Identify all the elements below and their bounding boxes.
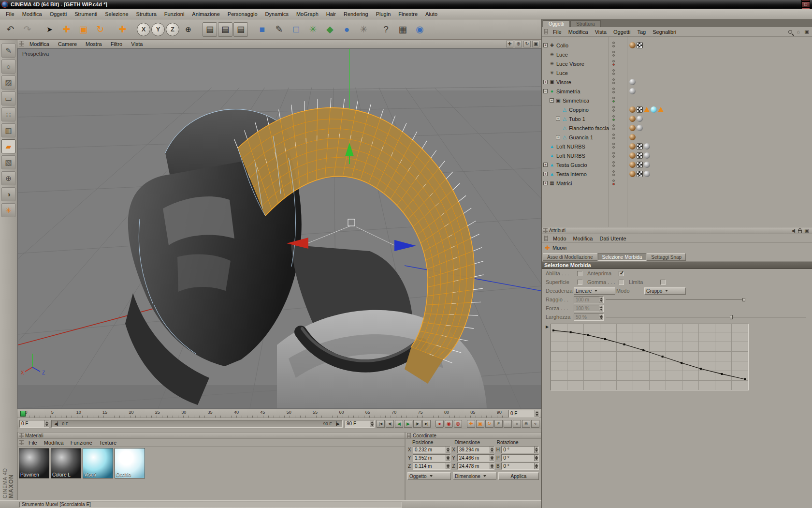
autokey-button[interactable]: ◉ bbox=[445, 420, 453, 428]
object-name[interactable]: Visore bbox=[556, 79, 571, 85]
object-manager-menu-item[interactable]: Segnalibri bbox=[649, 28, 680, 36]
material-visori[interactable]: Visori bbox=[83, 448, 113, 478]
spinner[interactable] bbox=[599, 314, 603, 320]
record-parameter-toggle[interactable]: P bbox=[494, 420, 503, 428]
spinner[interactable] bbox=[490, 455, 494, 461]
size-field[interactable]: 24.466 m bbox=[457, 454, 495, 462]
menu-item[interactable]: Oggetti bbox=[46, 10, 71, 18]
spinner[interactable] bbox=[534, 447, 538, 453]
object-name[interactable]: Testa Guscio bbox=[556, 162, 587, 168]
object-manager-menu-item[interactable]: Oggetti bbox=[610, 28, 634, 36]
timeline-ruler[interactable]: 051015202530354045505560657075808590 bbox=[17, 409, 508, 418]
object-name[interactable]: Collo bbox=[556, 43, 568, 48]
ruler-tick-label[interactable]: 50 bbox=[285, 410, 293, 415]
object-name[interactable]: Coppino bbox=[569, 107, 589, 113]
object-manager-menu-item[interactable]: Modifica bbox=[565, 28, 592, 36]
tag-mat-icon[interactable] bbox=[629, 143, 636, 149]
object-manager-menu-item[interactable]: Vista bbox=[592, 28, 610, 36]
position-field[interactable]: 0.232 m bbox=[413, 446, 450, 453]
timeline-range-slider[interactable]: 0 F 90 F bbox=[51, 420, 343, 428]
tab-settaggi-snap[interactable]: Settaggi Snap bbox=[647, 253, 686, 261]
add-spline-button[interactable]: ✎ bbox=[271, 21, 287, 37]
visibility-dot[interactable] bbox=[612, 146, 615, 149]
tag-mat-icon[interactable] bbox=[629, 106, 636, 113]
visibility-dot[interactable] bbox=[612, 42, 615, 44]
visibility-dot[interactable] bbox=[612, 51, 615, 53]
checkbox[interactable] bbox=[660, 280, 666, 285]
play-backward-button[interactable]: ◀ bbox=[395, 420, 403, 428]
viewport-menu-item[interactable]: Vista bbox=[127, 40, 147, 48]
checkbox[interactable] bbox=[619, 271, 624, 276]
object-name[interactable]: Loft NURBS bbox=[556, 153, 585, 159]
polygons-mode-button[interactable]: ▰ bbox=[1, 139, 15, 153]
menu-item[interactable]: Modifica bbox=[18, 10, 46, 18]
gomma-checkbox[interactable]: Gomma . . . bbox=[587, 279, 628, 285]
tab-oggetti[interactable]: Oggetti bbox=[543, 20, 570, 27]
object-row[interactable]: +▲Testa Guscio bbox=[542, 160, 812, 169]
value-field[interactable]: 100 m bbox=[574, 296, 604, 303]
object-manager-menu-item[interactable]: Tag bbox=[634, 28, 649, 36]
tag-mat-icon[interactable] bbox=[629, 125, 636, 131]
material-colore[interactable]: Colore L bbox=[51, 448, 81, 478]
menu-item[interactable]: Plugin bbox=[372, 10, 395, 18]
redo-button[interactable]: ↷ bbox=[19, 21, 35, 37]
spinner[interactable] bbox=[446, 463, 450, 469]
ruler-tick-label[interactable]: 5 bbox=[48, 410, 57, 415]
tag-tex-icon[interactable] bbox=[637, 42, 643, 48]
tag-ball-icon[interactable] bbox=[644, 162, 650, 168]
expander-icon[interactable]: + bbox=[543, 172, 548, 176]
texture-axis-mode-button[interactable]: ▧ bbox=[1, 155, 15, 169]
slider-track[interactable] bbox=[606, 317, 806, 317]
drag-grip-icon[interactable] bbox=[19, 433, 24, 438]
tag-tex-icon[interactable] bbox=[637, 106, 643, 113]
menu-item[interactable]: Personaggio bbox=[224, 10, 261, 18]
visibility-dot[interactable] bbox=[612, 63, 615, 66]
menu-item[interactable]: Finestre bbox=[394, 10, 421, 18]
tag-ball-icon[interactable] bbox=[629, 79, 636, 85]
visibility-dot[interactable] bbox=[612, 152, 615, 154]
section-header[interactable]: Selezione Morbida bbox=[542, 262, 812, 269]
object-name[interactable]: Matrici bbox=[556, 180, 572, 186]
object-name[interactable]: Simmetria bbox=[556, 89, 580, 94]
ruler-tick-label[interactable]: 40 bbox=[232, 410, 241, 415]
menu-item[interactable]: MoGraph bbox=[292, 10, 322, 18]
edges-mode-button[interactable]: ▥ bbox=[1, 123, 15, 137]
object-row[interactable]: ✳Luce Visore bbox=[542, 59, 812, 68]
visibility-dot[interactable] bbox=[612, 106, 615, 108]
ruler-tick-label[interactable]: 45 bbox=[258, 410, 267, 415]
object-row[interactable]: +△Guancia 1 bbox=[542, 133, 812, 142]
viewport-menu-item[interactable]: Filtro bbox=[106, 40, 127, 48]
expander-icon[interactable]: + bbox=[556, 135, 560, 139]
last-tool-button[interactable]: ✚ bbox=[115, 21, 130, 37]
workplane-mode-button[interactable]: ▭ bbox=[1, 91, 15, 105]
object-row[interactable]: ▲Loft NURBS bbox=[542, 142, 812, 151]
ruler-tick-label[interactable]: 60 bbox=[337, 410, 346, 415]
live-selection-button[interactable]: ➤ bbox=[42, 21, 58, 37]
dropdown[interactable]: Lineare bbox=[574, 287, 615, 295]
falloff-curve-editor[interactable] bbox=[551, 324, 749, 390]
spinner[interactable] bbox=[534, 463, 538, 469]
visibility-dot[interactable] bbox=[612, 124, 615, 127]
coordinate-system-button[interactable]: ⊕ bbox=[180, 21, 196, 37]
spinner[interactable] bbox=[599, 297, 603, 303]
tag-ball-icon[interactable] bbox=[637, 116, 643, 122]
visibility-dot[interactable] bbox=[612, 155, 615, 158]
content-browser-button[interactable]: ◉ bbox=[412, 21, 428, 37]
rotate-view-button[interactable]: ↻ bbox=[523, 41, 531, 47]
viewport-3d[interactable]: Prospettiva bbox=[17, 48, 541, 409]
object-row[interactable]: ▲Loft NURBS bbox=[542, 151, 812, 160]
expander-icon[interactable]: + bbox=[543, 80, 548, 84]
tab-asse-di-modellazione[interactable]: Asse di Modellazione bbox=[543, 253, 597, 261]
rotation-field[interactable]: 0 ° bbox=[501, 446, 539, 453]
tag-ball-icon[interactable] bbox=[637, 125, 643, 131]
object-name[interactable]: Simmetrica bbox=[563, 98, 589, 104]
tag-tex-icon[interactable] bbox=[637, 143, 643, 149]
object-name[interactable]: Fianchetto faccia bbox=[569, 125, 609, 131]
range-start-field[interactable]: 0 F bbox=[19, 420, 49, 428]
lock-y-button[interactable]: Y bbox=[151, 23, 165, 36]
attributes-menu-item[interactable]: Modifica bbox=[570, 235, 596, 242]
position-field[interactable]: 0.114 m bbox=[413, 463, 450, 470]
materials-menu-item[interactable]: File bbox=[25, 439, 41, 446]
visibility-dot[interactable] bbox=[612, 78, 615, 81]
tag-mat-icon[interactable] bbox=[629, 116, 636, 122]
